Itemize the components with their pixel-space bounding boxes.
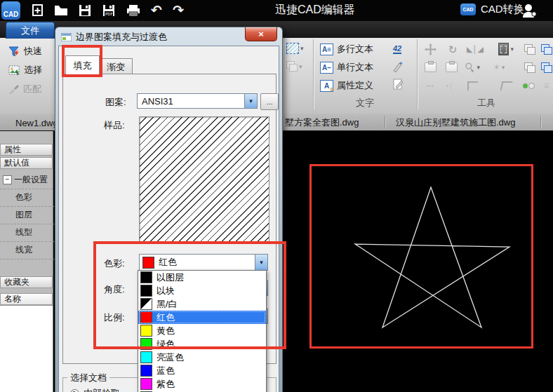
hatch-tool-button[interactable]: ▾ [286, 43, 304, 54]
dimension-42-icon[interactable]: 42 [393, 44, 401, 54]
property-brush-icon[interactable] [521, 79, 536, 93]
properties-header[interactable]: 属性 [0, 144, 53, 156]
tab-divider [385, 116, 386, 128]
rotate-icon[interactable]: ↻ [445, 42, 460, 56]
fillet-icon[interactable] [465, 79, 480, 93]
copy-objects-icon[interactable] [522, 42, 538, 56]
favorites-header[interactable]: 收藏夹 [0, 276, 53, 288]
color-option-green[interactable]: 绿色 [138, 337, 266, 351]
magenta-swatch [140, 378, 152, 390]
quick-select-button[interactable]: 快速 [8, 45, 42, 58]
svg-text:PDF: PDF [105, 12, 113, 16]
chevron-down-icon[interactable]: ▾ [244, 94, 257, 108]
bylayer-swatch [140, 271, 152, 283]
doc-tab-hanquan[interactable]: 汉泉山庄别墅建筑施工图.dwg [390, 116, 521, 130]
favorites-list[interactable] [0, 305, 53, 392]
pick-point-icon[interactable]: ▾ [465, 60, 480, 74]
measure-short-icon[interactable]: ▪▪▪ [422, 79, 438, 93]
layers-stack-icon[interactable]: ☰ [539, 79, 553, 93]
multiline-text-icon: A≡ [320, 43, 333, 55]
select-set-button[interactable]: 选择 [8, 64, 42, 76]
match-properties-button[interactable]: 匹配 [8, 83, 41, 95]
match-properties-label: 匹配 [23, 83, 41, 95]
tab-fill[interactable]: 填充 [65, 55, 100, 75]
hatch-icon [286, 43, 299, 54]
collapse-icon[interactable]: − [3, 175, 12, 184]
title-bar: CAD PDF ↶ ↷ 迅捷CAD编辑器 CAD CAD转换 [0, 0, 553, 21]
app-window: CAD PDF ↶ ↷ 迅捷CAD编辑器 CAD CAD转换 文件 [0, 0, 553, 392]
measure-align-icon[interactable]: ▪│ [442, 79, 458, 93]
canvas-red-annotation [309, 164, 533, 349]
multiline-text-button[interactable]: A≡ 多行文本 [320, 43, 373, 55]
interior-pick-label: 内部拾取 [84, 387, 120, 392]
paste-icon[interactable] [422, 60, 438, 74]
close-icon[interactable]: × [245, 27, 277, 41]
save-icon[interactable] [76, 2, 94, 19]
pattern-select[interactable]: ANSI31 ▾ [137, 93, 258, 109]
color-option-blue[interactable]: 蓝色 [138, 364, 266, 377]
move-icon[interactable] [422, 42, 438, 56]
color-option-cyan[interactable]: 亮蓝色 [138, 351, 266, 364]
file-menu-tab[interactable]: 文件 [6, 22, 55, 39]
color-option-byblock[interactable]: 以块 [138, 284, 266, 297]
text-group-label: 文字 [316, 97, 414, 109]
color-dropdown-list: 以图层 以块 黑/白 红色 黄色 绿色 亮蓝色 蓝色 紫色 选择颜色 [138, 270, 267, 392]
name-column-header[interactable]: 名称 [0, 293, 53, 305]
app-logo[interactable]: CAD [1, 1, 20, 20]
cad-convert-icon: CAD [460, 4, 476, 15]
defaults-header[interactable]: 默认值 [0, 157, 53, 169]
cad-convert-button[interactable]: CAD CAD转换 [460, 3, 524, 16]
color-select[interactable]: 红色 ▾ [139, 254, 268, 271]
print-icon[interactable] [124, 2, 142, 19]
app-title: 迅捷CAD编辑器 [275, 3, 355, 18]
explode-icon[interactable]: ✶▾ [491, 60, 507, 74]
doc-tab-villa-plan[interactable]: 墅方案全套图.dwg [279, 116, 364, 130]
pattern-browse-button[interactable]: ... [260, 93, 279, 110]
pattern-label: 图案: [105, 96, 126, 109]
viewport-icon[interactable]: ▾ [498, 42, 514, 56]
dialog-title: 边界图案填充与过渡色 [61, 31, 167, 43]
color-option-red[interactable]: 红色 [138, 311, 266, 324]
save-pdf-icon[interactable]: PDF [100, 2, 118, 19]
transparency-tool-button[interactable]: ▾ [286, 61, 302, 72]
color-option-blackwhite[interactable]: 黑/白 [138, 297, 266, 311]
dialog-window-icon [61, 33, 72, 41]
cad-convert-label: CAD转换 [481, 3, 524, 16]
color-option-magenta[interactable]: 紫色 [138, 377, 266, 391]
redo-icon[interactable]: ↷ [169, 2, 187, 19]
tab-gradient[interactable]: 渐变 [99, 58, 133, 75]
attribute-define-button[interactable]: A⚙ 属性定义 [320, 79, 373, 92]
text-style-brush-icon[interactable] [390, 60, 406, 74]
open-folder-icon[interactable] [52, 2, 70, 19]
user-icon[interactable] [522, 2, 538, 22]
funnel-icon [8, 46, 20, 58]
block-insert-icon[interactable] [539, 42, 553, 56]
selection-image-icon [8, 65, 20, 76]
paste-special-icon[interactable] [444, 60, 459, 74]
mirror-icon[interactable]: ◣│◢ [467, 42, 483, 56]
color-option-yellow[interactable]: 黄色 [138, 324, 266, 337]
cyan-swatch [140, 351, 152, 363]
color-label: 色彩: [104, 257, 125, 270]
scale-label: 比例: [104, 311, 125, 324]
new-file-icon[interactable] [28, 2, 46, 19]
byblock-swatch [140, 285, 152, 297]
radio-icon[interactable] [70, 389, 79, 392]
tree-node-general-label: 一般设置 [14, 174, 48, 186]
interior-pick-radio[interactable]: 内部拾取 [70, 387, 120, 392]
dialog-title-text: 边界图案填充与过渡色 [76, 31, 167, 43]
selected-color-value: 红色 [159, 256, 177, 269]
block-edit-icon[interactable] [539, 60, 553, 74]
undo-icon[interactable]: ↶ [147, 2, 166, 19]
angle-label: 角度: [104, 283, 125, 296]
color-option-bylayer[interactable]: 以图层 [138, 271, 266, 284]
attribute-define-icon: A⚙ [320, 80, 333, 92]
edit-text-icon[interactable] [390, 77, 406, 91]
chamfer-icon[interactable] [498, 79, 514, 93]
tree-node-general[interactable]: − 一般设置 [0, 171, 53, 189]
singleline-text-button[interactable]: A– 单行文本 [320, 61, 373, 74]
select-document-label: 选择文档 [67, 372, 109, 384]
copy-stack-icon[interactable] [522, 60, 538, 74]
tab-divider [540, 116, 542, 128]
chevron-down-icon[interactable]: ▾ [255, 255, 267, 270]
